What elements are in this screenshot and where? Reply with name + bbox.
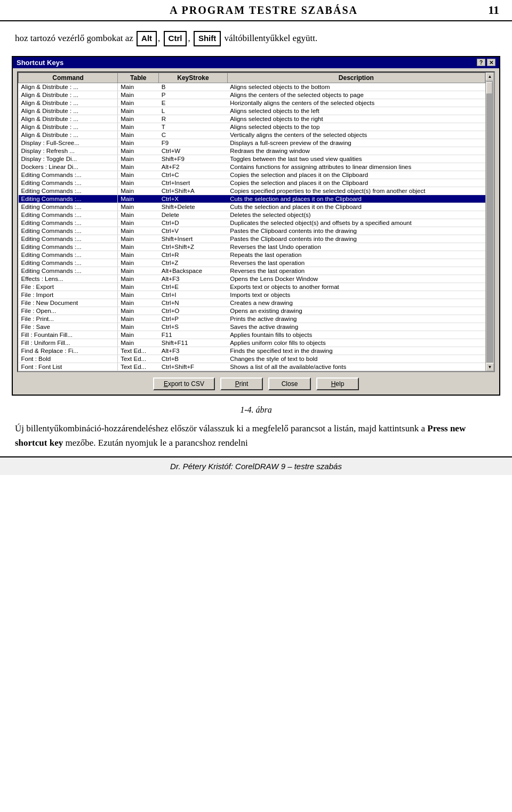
table-cell: Reverses the last Undo operation — [227, 243, 485, 251]
col-table: Table — [118, 73, 159, 83]
table-row[interactable]: Editing Commands :...MainCtrl+XCuts the … — [19, 195, 485, 203]
dialog-title: Shortcut Keys — [17, 59, 63, 67]
table-with-scrollbar: Command Table KeyStroke Description Alig… — [18, 73, 494, 371]
table-cell: Display : Full-Scree... — [19, 139, 118, 147]
table-row[interactable]: File : ImportMainCtrl+IImports text or o… — [19, 291, 485, 299]
table-row[interactable]: Editing Commands :...MainAlt+BackspaceRe… — [19, 267, 485, 275]
table-row[interactable]: Find & Replace : Fi...Text Ed...Alt+F3Fi… — [19, 347, 485, 355]
table-cell: Shift+Delete — [159, 203, 227, 211]
close-button[interactable]: Close — [268, 377, 311, 390]
table-cell: Main — [118, 227, 159, 235]
table-row[interactable]: Display : Refresh ...MainCtrl+WRedraws t… — [19, 147, 485, 155]
table-row[interactable]: File : Print...MainCtrl+PPrints the acti… — [19, 315, 485, 323]
table-cell: Main — [118, 283, 159, 291]
table-row[interactable]: Display : Toggle Di...MainShift+F9Toggle… — [19, 155, 485, 163]
table-cell: Text Ed... — [118, 347, 159, 355]
table-row[interactable]: Fill : Fountain Fill...MainF11Applies fo… — [19, 331, 485, 339]
table-row[interactable]: File : ExportMainCtrl+EExports text or o… — [19, 283, 485, 291]
table-row[interactable]: Align & Distribute : ...MainEHorizontall… — [19, 99, 485, 107]
table-cell: Cuts the selection and places it on the … — [227, 195, 485, 203]
table-row[interactable]: Align & Distribute : ...MainLAligns sele… — [19, 107, 485, 115]
table-cell: R — [159, 115, 227, 123]
table-cell: Main — [118, 331, 159, 339]
scroll-thumb[interactable] — [486, 82, 492, 94]
table-cell: Ctrl+D — [159, 219, 227, 227]
table-cell: Editing Commands :... — [19, 195, 118, 203]
table-cell: Alt+F3 — [159, 347, 227, 355]
help-title-button[interactable]: ? — [477, 59, 485, 66]
body-text-intro: hoz tartozó vezérlő gombokat az Alt, Ctr… — [0, 21, 512, 51]
table-row[interactable]: Editing Commands :...MainCtrl+CCopies th… — [19, 171, 485, 179]
lower-body-text: Új billentyűkombináció-hozzárendeléshez … — [0, 419, 512, 456]
table-cell: File : Export — [19, 283, 118, 291]
table-cell: Reverses the last operation — [227, 267, 485, 275]
table-row[interactable]: Effects : Lens...MainAlt+F3Opens the Len… — [19, 275, 485, 283]
table-cell: Exports text or objects to another forma… — [227, 283, 485, 291]
table-cell: Main — [118, 243, 159, 251]
table-row[interactable]: Editing Commands :...MainCtrl+RRepeats t… — [19, 251, 485, 259]
table-row[interactable]: File : Open...MainCtrl+OOpens an existin… — [19, 307, 485, 315]
vertical-scrollbar[interactable]: ▲ ▼ — [485, 73, 494, 371]
table-row[interactable]: Align & Distribute : ...MainCVertically … — [19, 131, 485, 139]
scroll-up-arrow[interactable]: ▲ — [486, 73, 494, 81]
table-row[interactable]: Editing Commands :...MainCtrl+DDuplicate… — [19, 219, 485, 227]
table-cell: Main — [118, 203, 159, 211]
print-button[interactable]: Print — [220, 377, 263, 390]
table-row[interactable]: Align & Distribute : ...MainTAligns sele… — [19, 123, 485, 131]
footer-text: Dr. Pétery Kristóf: CorelDRAW 9 – testre… — [170, 462, 342, 471]
table-row[interactable]: File : New DocumentMainCtrl+NCreates a n… — [19, 299, 485, 307]
table-cell: Align & Distribute : ... — [19, 99, 118, 107]
table-cell: Main — [118, 99, 159, 107]
table-cell: Ctrl+W — [159, 147, 227, 155]
table-row[interactable]: Editing Commands :...MainShift+DeleteCut… — [19, 203, 485, 211]
table-row[interactable]: Align & Distribute : ...MainRAligns sele… — [19, 115, 485, 123]
table-cell: Main — [118, 307, 159, 315]
help-button[interactable]: Help — [316, 377, 359, 390]
table-cell: Toggles between the last two used view q… — [227, 155, 485, 163]
table-cell: Main — [118, 147, 159, 155]
table-cell: T — [159, 123, 227, 131]
table-cell: Shift+F9 — [159, 155, 227, 163]
table-cell: Fill : Fountain Fill... — [19, 331, 118, 339]
table-cell: Main — [118, 267, 159, 275]
table-cell: Applies fountain fills to objects — [227, 331, 485, 339]
scroll-track[interactable] — [486, 81, 493, 363]
table-row[interactable]: Dockers : Linear Di...MainAlt+F2Contains… — [19, 163, 485, 171]
table-cell: Editing Commands :... — [19, 227, 118, 235]
table-cell: Ctrl+N — [159, 299, 227, 307]
table-row[interactable]: Font : Font ListText Ed...Ctrl+Shift+FSh… — [19, 363, 485, 371]
table-cell: File : Save — [19, 323, 118, 331]
table-row[interactable]: Editing Commands :...MainCtrl+ZReverses … — [19, 259, 485, 267]
table-row[interactable]: Align & Distribute : ...MainBAligns sele… — [19, 83, 485, 91]
scroll-down-arrow[interactable]: ▼ — [486, 363, 494, 371]
table-row[interactable]: Editing Commands :...MainCtrl+Shift+ACop… — [19, 187, 485, 195]
table-row[interactable]: Display : Full-Scree...MainF9Displays a … — [19, 139, 485, 147]
table-cell: Prints the active drawing — [227, 315, 485, 323]
table-row[interactable]: Editing Commands :...MainCtrl+InsertCopi… — [19, 179, 485, 187]
table-cell: Editing Commands :... — [19, 243, 118, 251]
table-cell: Fill : Uniform Fill... — [19, 339, 118, 347]
table-row[interactable]: Editing Commands :...MainCtrl+VPastes th… — [19, 227, 485, 235]
table-cell: Font : Bold — [19, 355, 118, 363]
col-description: Description — [227, 73, 485, 83]
close-title-button[interactable]: ✕ — [487, 59, 495, 66]
table-cell: Editing Commands :... — [19, 179, 118, 187]
col-command: Command — [19, 73, 118, 83]
export-csv-button[interactable]: Export to CSV — [153, 377, 215, 390]
table-cell: Main — [118, 315, 159, 323]
table-row[interactable]: Editing Commands :...MainDeleteDeletes t… — [19, 211, 485, 219]
dialog-titlebar: Shortcut Keys ? ✕ — [13, 57, 499, 68]
table-cell: Ctrl+I — [159, 291, 227, 299]
table-data-area: Command Table KeyStroke Description Alig… — [18, 73, 485, 371]
table-row[interactable]: Fill : Uniform Fill...MainShift+F11Appli… — [19, 339, 485, 347]
key-shift: Shift — [194, 31, 221, 46]
table-cell: Text Ed... — [118, 355, 159, 363]
table-row[interactable]: Font : BoldText Ed...Ctrl+BChanges the s… — [19, 355, 485, 363]
table-row[interactable]: File : SaveMainCtrl+SSaves the active dr… — [19, 323, 485, 331]
table-row[interactable]: Align & Distribute : ...MainPAligns the … — [19, 91, 485, 99]
key-alt: Alt — [137, 31, 157, 46]
table-cell: Ctrl+Shift+A — [159, 187, 227, 195]
table-row[interactable]: Editing Commands :...MainCtrl+Shift+ZRev… — [19, 243, 485, 251]
table-row[interactable]: Editing Commands :...MainShift+InsertPas… — [19, 235, 485, 243]
table-cell: Repeats the last operation — [227, 251, 485, 259]
